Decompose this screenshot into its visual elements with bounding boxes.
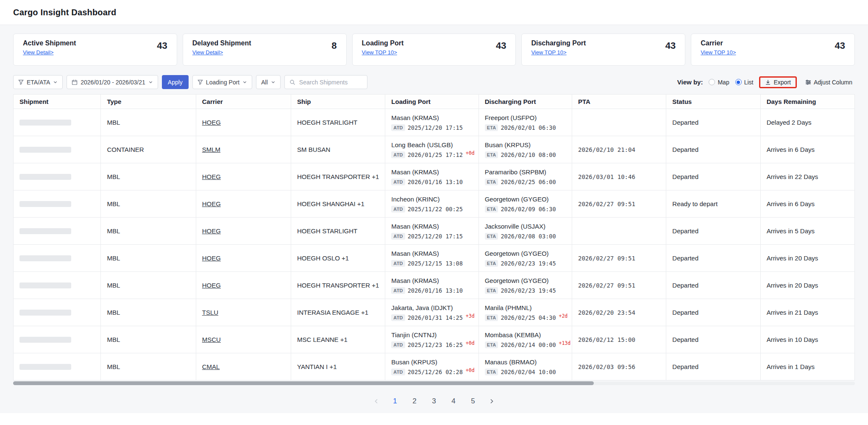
page-button[interactable]: 2 <box>408 394 421 408</box>
pta-cell <box>572 218 666 245</box>
eta-badge: ETA <box>485 314 498 321</box>
apply-button[interactable]: Apply <box>162 75 189 89</box>
carrier-link[interactable]: SMLM <box>202 146 220 153</box>
status-cell: Departed <box>666 218 760 245</box>
table-row: MBLMSCUMSC LEANNE +1Tianjin (CNTNJ)ATD20… <box>14 326 855 353</box>
port-datetime: 2026/01/16 13:10 <box>408 287 463 294</box>
export-button[interactable]: Export <box>762 78 793 86</box>
port-name: Georgetown (GYGEO) <box>485 277 566 284</box>
view-top10-link[interactable]: View TOP 10> <box>701 49 736 56</box>
loading-port-cell: Tianjin (CNTNJ)ATD2025/12/23 16:25+0d <box>385 326 479 353</box>
search-icon <box>289 79 295 85</box>
status-cell: Departed <box>666 299 760 326</box>
carrier-link[interactable]: TSLU <box>202 309 218 316</box>
port-time: ETA2026/02/10 08:00 <box>485 151 566 158</box>
status-cell: Departed <box>666 326 760 353</box>
days-remaining-cell: Arrives in 20 Days <box>760 245 854 272</box>
loading-port-dropdown[interactable]: Loading Port <box>192 75 252 89</box>
shipment-cell <box>14 326 101 353</box>
port-name: Georgetown (GYGEO) <box>485 250 566 257</box>
adjust-column-label: Adjust Column <box>814 79 852 86</box>
port-name: Mombasa (KEMBA) <box>485 331 566 338</box>
carrier-link[interactable]: HOEG <box>202 254 221 262</box>
days-remaining-cell: Delayed 2 Days <box>760 109 854 136</box>
carrier-link[interactable]: HOEG <box>202 227 221 235</box>
port-time: ATD2026/01/16 13:10 <box>391 287 472 294</box>
carrier-cell: HOEG <box>196 272 291 299</box>
carrier-cell: CMAL <box>196 353 291 380</box>
view-option-list[interactable]: List <box>735 79 754 86</box>
port-name: Masan (KRMAS) <box>391 250 472 257</box>
port-datetime: 2026/01/25 17:12 <box>408 151 463 158</box>
all-dropdown[interactable]: All <box>256 75 281 89</box>
port-name: Long Beach (USLGB) <box>391 141 472 148</box>
view-detail-link[interactable]: View Detail> <box>192 49 223 56</box>
port-time: ATD2025/11/22 00:25 <box>391 206 472 212</box>
export-highlight-annotation: Export <box>759 76 796 88</box>
pta-cell: 2026/02/27 09:51 <box>572 190 666 218</box>
carrier-link[interactable]: HOEG <box>202 173 221 180</box>
view-detail-link[interactable]: View Detail> <box>23 49 53 56</box>
pagination-next-button[interactable] <box>486 396 497 407</box>
eta-badge: ETA <box>485 179 498 185</box>
type-cell: MBL <box>101 326 196 353</box>
summary-cards: Active Shipment View Detail> 43 Delayed … <box>13 34 855 66</box>
port-name: Incheon (KRINC) <box>391 196 472 203</box>
days-remaining-cell: Arrives in 21 Days <box>760 299 854 326</box>
carrier-link[interactable]: HOEG <box>202 119 221 126</box>
type-cell: MBL <box>101 299 196 326</box>
days-remaining-cell: Arrives in 22 Days <box>760 163 854 190</box>
page-button[interactable]: 3 <box>428 394 440 408</box>
card-discharging-port: Discharging Port View TOP 10> 43 <box>521 34 685 66</box>
pagination-prev-button[interactable] <box>371 396 382 407</box>
map-radio-label: Map <box>718 79 729 86</box>
view-top10-link[interactable]: View TOP 10> <box>531 49 566 56</box>
port-time: ATD2025/12/26 02:28+0d <box>391 369 472 375</box>
port-name: Tianjin (CNTNJ) <box>391 331 472 338</box>
card-label: Carrier <box>701 39 736 47</box>
table-header-row: Shipment Type Carrier Ship Loading Port … <box>14 95 855 109</box>
ship-cell: HOEGH TRANSPORTER +1 <box>291 163 385 190</box>
port-name: Masan (KRMAS) <box>391 168 472 176</box>
port-time: ETA2026/02/14 00:00+13d <box>485 341 566 348</box>
port-datetime: 2026/02/09 06:30 <box>501 206 556 212</box>
atd-badge: ATD <box>391 341 405 348</box>
page-button[interactable]: 1 <box>389 394 401 408</box>
port-datetime: 2026/02/25 06:00 <box>501 179 556 185</box>
carrier-link[interactable]: CMAL <box>202 363 220 370</box>
shipment-cell <box>14 272 101 299</box>
pta-cell: 2026/02/27 09:51 <box>572 245 666 272</box>
scrollbar-thumb[interactable] <box>13 381 594 385</box>
days-remaining-cell: Arrives in 5 Days <box>760 218 854 245</box>
shipment-id-placeholder <box>19 310 71 316</box>
calendar-icon <box>72 79 78 85</box>
carrier-link[interactable]: MSCU <box>202 336 221 343</box>
port-time: ETA2026/02/08 03:00 <box>485 233 566 240</box>
page-button[interactable]: 5 <box>467 394 479 408</box>
delay-days: +13d <box>559 340 571 346</box>
eta-badge: ETA <box>485 233 498 240</box>
loading-port-cell: Long Beach (USLGB)ATD2026/01/25 17:12+0d <box>385 136 479 163</box>
ship-cell: SM BUSAN <box>291 136 385 163</box>
date-range-picker[interactable]: 2026/01/20 - 2026/03/21 <box>67 75 158 89</box>
list-radio[interactable] <box>735 79 742 85</box>
table-row: MBLHOEGHOEGH OSLO +1Masan (KRMAS)ATD2025… <box>14 245 855 272</box>
search-input[interactable] <box>298 78 362 86</box>
map-radio[interactable] <box>709 79 715 85</box>
view-option-map[interactable]: Map <box>709 79 729 86</box>
eta-ata-dropdown[interactable]: ETA/ATA <box>13 75 63 89</box>
adjust-column-button[interactable]: Adjust Column <box>803 78 855 86</box>
shipment-cell <box>14 218 101 245</box>
filter-funnel-icon <box>18 79 24 85</box>
column-header-days-remaining: Days Remaining <box>760 95 854 109</box>
search-box <box>284 75 367 89</box>
eta-ata-label: ETA/ATA <box>27 79 50 86</box>
card-active-shipment: Active Shipment View Detail> 43 <box>13 34 177 66</box>
carrier-link[interactable]: HOEG <box>202 282 221 289</box>
view-top10-link[interactable]: View TOP 10> <box>362 49 397 56</box>
carrier-link[interactable]: HOEG <box>202 200 221 207</box>
table-row: MBLHOEGHOEGH TRANSPORTER +1Masan (KRMAS)… <box>14 272 855 299</box>
port-name: Jakarta, Java (IDJKT) <box>391 304 472 311</box>
chevron-right-icon <box>489 398 495 404</box>
page-button[interactable]: 4 <box>447 394 460 408</box>
